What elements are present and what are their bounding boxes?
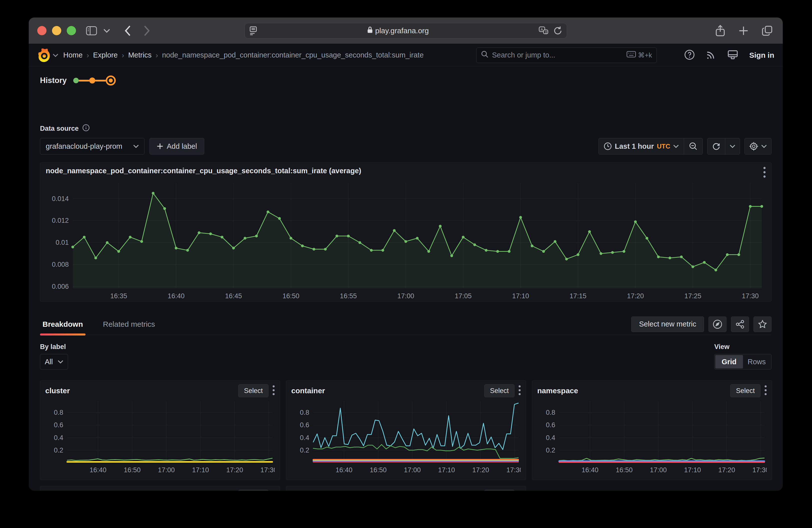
tab-related-metrics[interactable]: Related metrics: [101, 313, 158, 335]
breakdown-panel-pod: pod Select 16:4016:5017:0017:1017:2017:3…: [286, 486, 526, 491]
breadcrumb-separator: ›: [87, 51, 89, 59]
refresh-button[interactable]: [708, 138, 725, 154]
view-toggle: Grid Rows: [714, 354, 771, 369]
bookmark-star-button[interactable]: [754, 317, 771, 332]
select-new-metric-button[interactable]: Select new metric: [631, 317, 704, 332]
share-icon[interactable]: [715, 25, 725, 37]
time-range-value: Last 1 hour: [615, 142, 654, 150]
svg-text:16:50: 16:50: [124, 466, 141, 474]
svg-text:A: A: [540, 27, 543, 31]
svg-text:0.2: 0.2: [300, 446, 309, 454]
panel-menu-kebab-icon[interactable]: [765, 385, 767, 396]
breadcrumb-metrics[interactable]: Metrics: [128, 51, 151, 59]
panel-title: cluster: [45, 386, 70, 395]
svg-text:17:15: 17:15: [569, 292, 586, 300]
back-button[interactable]: [125, 26, 131, 36]
history-step-icon[interactable]: [73, 78, 79, 83]
search-shortcut: ⌘+k: [638, 51, 652, 59]
svg-text:17:20: 17:20: [718, 466, 735, 474]
breadcrumb-home[interactable]: Home: [63, 51, 83, 59]
refresh-picker: [707, 138, 740, 155]
close-window-button[interactable]: [37, 26, 46, 35]
help-icon[interactable]: [684, 49, 695, 61]
plus-icon: [157, 143, 163, 149]
explore-compass-button[interactable]: [709, 317, 726, 332]
zoom-window-button[interactable]: [67, 26, 76, 35]
breakdown-grid: cluster Select 16:4016:5017:0017:1017:20…: [40, 381, 771, 491]
select-button[interactable]: Select: [730, 384, 760, 397]
clock-icon: [604, 142, 612, 150]
svg-text:17:30: 17:30: [753, 466, 767, 474]
tab-breakdown[interactable]: Breakdown: [40, 313, 86, 335]
cluster-chart[interactable]: 16:4016:5017:0017:1017:2017:300.20.40.60…: [45, 398, 275, 475]
by-label-select[interactable]: All: [40, 354, 68, 369]
panel-menu-kebab-icon[interactable]: [273, 385, 275, 396]
translate-icon[interactable]: A文: [539, 26, 548, 35]
breadcrumb: Home › Explore › Metrics › node_namespac…: [63, 51, 424, 59]
tab-group-chevron-icon[interactable]: [103, 29, 110, 33]
add-label-button[interactable]: Add label: [149, 138, 204, 155]
address-bar[interactable]: play.grafana.org A文: [245, 23, 567, 39]
reload-icon[interactable]: [554, 26, 562, 35]
time-range-picker[interactable]: Last 1 hour UTC: [598, 138, 703, 155]
svg-text:17:10: 17:10: [512, 292, 529, 300]
svg-text:0.8: 0.8: [300, 409, 309, 416]
namespace-chart[interactable]: 16:4016:5017:0017:1017:2017:300.20.40.60…: [537, 398, 767, 475]
svg-text:0.6: 0.6: [546, 421, 555, 429]
info-icon[interactable]: [82, 124, 90, 133]
svg-text:16:50: 16:50: [370, 466, 387, 474]
container-chart[interactable]: 16:4016:5017:0017:1017:2017:300.20.40.60…: [291, 398, 521, 475]
refresh-icon: [712, 142, 721, 150]
svg-text:0.6: 0.6: [300, 421, 309, 429]
refresh-interval-dropdown[interactable]: [725, 138, 740, 154]
svg-text:0.4: 0.4: [300, 434, 309, 441]
sidebar-icon[interactable]: [86, 26, 97, 35]
main-timeseries-chart[interactable]: 16:3516:4016:4516:5016:5517:0017:0517:10…: [46, 179, 765, 301]
breakdown-panel-namespace: namespace Select 16:4016:5017:0017:1017:…: [532, 381, 772, 480]
settings-menu[interactable]: [744, 138, 771, 155]
select-button[interactable]: Select: [238, 384, 269, 397]
svg-text:16:45: 16:45: [225, 292, 242, 300]
svg-text:16:40: 16:40: [168, 292, 185, 300]
breadcrumb-separator: ›: [156, 51, 158, 59]
new-tab-button[interactable]: [738, 25, 749, 37]
by-label-label: By label: [40, 343, 66, 351]
sign-in-button[interactable]: Sign in: [749, 51, 774, 59]
svg-text:0.006: 0.006: [52, 283, 69, 290]
chevron-down-icon: [761, 145, 767, 148]
svg-text:文: 文: [545, 30, 548, 34]
history-timeline[interactable]: [73, 75, 116, 86]
select-button[interactable]: Select: [238, 490, 269, 491]
svg-text:0.4: 0.4: [546, 434, 555, 441]
view-grid-option[interactable]: Grid: [715, 355, 743, 368]
svg-text:17:20: 17:20: [226, 466, 243, 474]
svg-text:16:35: 16:35: [110, 292, 127, 300]
svg-text:16:40: 16:40: [581, 466, 598, 474]
select-button[interactable]: Select: [484, 384, 514, 397]
zoom-out-time-button[interactable]: [684, 138, 702, 154]
datasource-value: grafanacloud-play-prom: [46, 142, 122, 150]
news-rss-icon[interactable]: [706, 49, 716, 61]
breadcrumb-current-metric: node_namespace_pod_container:container_c…: [162, 51, 423, 59]
svg-text:17:30: 17:30: [507, 466, 521, 474]
svg-text:0.01: 0.01: [56, 239, 69, 246]
breadcrumb-explore[interactable]: Explore: [93, 51, 117, 59]
select-button[interactable]: Select: [484, 490, 514, 491]
grafana-logo[interactable]: [37, 48, 58, 62]
panel-menu-kebab-icon[interactable]: [519, 385, 521, 396]
history-current-step-icon[interactable]: [106, 75, 116, 86]
view-rows-option[interactable]: Rows: [743, 355, 771, 368]
compass-icon: [713, 320, 722, 329]
tab-overview-icon[interactable]: [762, 25, 773, 37]
panel-menu-kebab-icon[interactable]: [763, 167, 766, 179]
reader-view-icon[interactable]: [249, 26, 257, 36]
svg-text:17:20: 17:20: [627, 292, 644, 300]
panel-title: container: [291, 386, 325, 395]
history-step-icon[interactable]: [89, 77, 95, 84]
datasource-select[interactable]: grafanacloud-play-prom: [40, 138, 145, 155]
forward-button[interactable]: [144, 26, 150, 36]
screen-monitor-icon[interactable]: [727, 49, 738, 61]
minimize-window-button[interactable]: [52, 26, 61, 35]
share-metric-button[interactable]: [731, 317, 749, 332]
search-input[interactable]: Search or jump to... ⌘+k: [476, 47, 657, 63]
